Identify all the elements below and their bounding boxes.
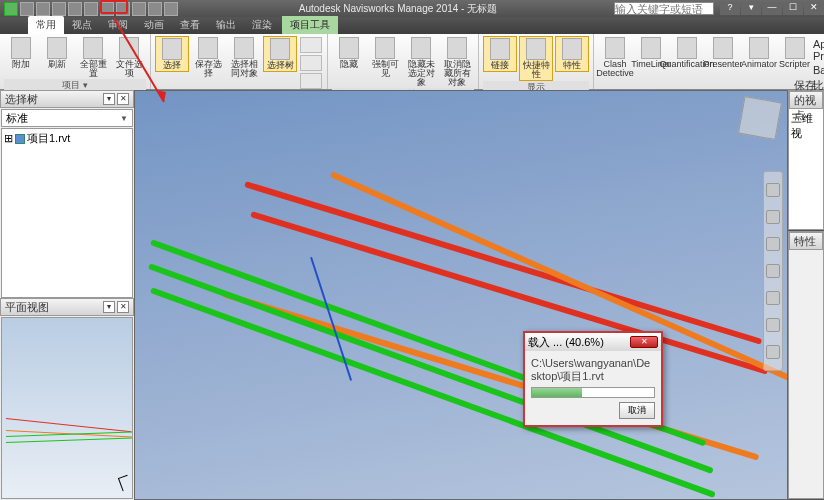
- selsame-icon: [234, 37, 254, 59]
- tree-item[interactable]: ⊞ 项目1.rvt: [4, 131, 130, 146]
- animator-button[interactable]: Animator: [742, 36, 776, 70]
- refresh-button[interactable]: 刷新: [40, 36, 74, 70]
- help-button[interactable]: ?: [720, 2, 740, 15]
- undo-icon[interactable]: [68, 2, 82, 16]
- pin2-icon[interactable]: ▾: [103, 301, 115, 313]
- 3d-viewport[interactable]: 载入 ... (40.6%) ✕ C:\Users\wangyanan\Desk…: [134, 90, 788, 500]
- selection-tree-button[interactable]: 选择树: [263, 36, 297, 72]
- walk-icon[interactable]: [766, 318, 780, 332]
- quick-find-button[interactable]: [300, 55, 322, 71]
- clash-icon: [605, 37, 625, 59]
- reset-all-button[interactable]: 全部重置: [76, 36, 110, 79]
- viewpoint-item[interactable]: 三维视: [791, 112, 813, 139]
- file-options-button[interactable]: 文件选项: [112, 36, 146, 79]
- title-bar: Autodesk Navisworks Manage 2014 - 无标题 ? …: [0, 0, 824, 17]
- refresh2-icon: [47, 37, 67, 59]
- presenter-button[interactable]: Presenter: [706, 36, 740, 70]
- quick-access-toolbar: [0, 2, 182, 16]
- find-items-button[interactable]: [300, 37, 322, 53]
- close-button[interactable]: ✕: [804, 2, 824, 15]
- fileopt-icon: [119, 37, 139, 59]
- scripter-button[interactable]: Scripter: [778, 36, 811, 70]
- plan-view-title: 平面视图: [5, 300, 49, 315]
- save-icon[interactable]: [52, 2, 66, 16]
- viewcube[interactable]: [738, 96, 782, 140]
- options-button[interactable]: ▾: [741, 2, 761, 15]
- save-selection-button[interactable]: 保存选择: [191, 36, 225, 79]
- select-button[interactable]: 选择: [155, 36, 189, 72]
- tab-item-tools[interactable]: 项目工具: [282, 16, 338, 34]
- links-button[interactable]: 链接: [483, 36, 517, 72]
- unhide-icon: [447, 37, 467, 59]
- quantification-button[interactable]: Quantification: [670, 36, 704, 70]
- look-icon[interactable]: [766, 291, 780, 305]
- hide-button[interactable]: 隐藏: [332, 36, 366, 70]
- tab-animation[interactable]: 动画: [136, 16, 172, 34]
- orbit-icon[interactable]: [766, 264, 780, 278]
- quant-icon: [677, 37, 697, 59]
- steering-wheel-icon[interactable]: [766, 183, 780, 197]
- tree-mode-combo[interactable]: 标准 ▼: [1, 109, 133, 127]
- dialog-close-icon[interactable]: ✕: [630, 336, 658, 348]
- select-same-button[interactable]: 选择相同对象: [227, 36, 261, 79]
- open-icon[interactable]: [36, 2, 50, 16]
- select-icon[interactable]: [116, 2, 130, 16]
- options-icon[interactable]: [164, 2, 178, 16]
- quick-props-button[interactable]: 快捷特性: [519, 36, 553, 81]
- sets-button[interactable]: [300, 73, 322, 89]
- new-icon[interactable]: [20, 2, 34, 16]
- tab-viewpoint[interactable]: 视点: [64, 16, 100, 34]
- refresh-icon[interactable]: [132, 2, 146, 16]
- zoom-icon[interactable]: [766, 237, 780, 251]
- redo-icon[interactable]: [84, 2, 98, 16]
- selection-tree-header[interactable]: 选择树 ▾✕: [0, 90, 134, 108]
- tab-review[interactable]: 审阅: [100, 16, 136, 34]
- panel-close-icon[interactable]: ✕: [117, 93, 129, 105]
- tab-view[interactable]: 查看: [172, 16, 208, 34]
- ribbon: 附加 刷新 全部重置 文件选项 项目 ▾ 选择 保存选择 选择相同对象 选择树 …: [0, 34, 824, 90]
- mini-pipe: [6, 438, 132, 443]
- minimize-button[interactable]: —: [762, 2, 782, 15]
- help-icon[interactable]: [148, 2, 162, 16]
- print-icon[interactable]: [100, 2, 114, 16]
- ribbon-tabs: 常用 视点 审阅 动画 查看 输出 渲染 项目工具: [0, 17, 824, 34]
- plan-view[interactable]: [1, 317, 133, 499]
- props-icon: [562, 38, 582, 60]
- tab-home[interactable]: 常用: [28, 16, 64, 34]
- tab-output[interactable]: 输出: [208, 16, 244, 34]
- app-menu-icon[interactable]: [4, 2, 18, 16]
- animator-icon: [749, 37, 769, 59]
- cursor-icon: [162, 38, 182, 60]
- clash-button[interactable]: Clash Detective: [598, 36, 632, 79]
- batch-utility-button[interactable]: Batch Utility: [813, 64, 824, 76]
- chevron-down-icon: ▼: [120, 114, 128, 123]
- fly-icon[interactable]: [766, 345, 780, 359]
- progress-bar: [531, 387, 655, 398]
- properties-panel[interactable]: 特性: [788, 231, 824, 499]
- ribbon-group-tools: Clash Detective TimeLiner Quantification…: [594, 34, 824, 89]
- append-button[interactable]: 附加: [4, 36, 38, 70]
- window-controls: ? ▾ — ☐ ✕: [720, 2, 824, 15]
- hide-unselected-button[interactable]: 隐藏未选定对象: [404, 36, 438, 88]
- plan-view-header[interactable]: 平面视图 ▾✕: [0, 298, 134, 316]
- selection-tree[interactable]: ⊞ 项目1.rvt: [1, 128, 133, 298]
- hideunsel-icon: [411, 37, 431, 59]
- ribbon-group-display: 链接 快捷特性 特性 显示: [479, 34, 594, 89]
- expand-icon[interactable]: ⊞: [4, 132, 13, 145]
- cancel-button[interactable]: 取消: [619, 402, 655, 419]
- unhide-all-button[interactable]: 取消隐藏所有对象: [440, 36, 474, 88]
- search-input[interactable]: [614, 2, 714, 15]
- tab-render[interactable]: 渲染: [244, 16, 280, 34]
- append-icon: [11, 37, 31, 59]
- dialog-titlebar[interactable]: 载入 ... (40.6%) ✕: [525, 333, 661, 351]
- pan-icon[interactable]: [766, 210, 780, 224]
- properties-button[interactable]: 特性: [555, 36, 589, 72]
- ribbon-group-select: 选择 保存选择 选择相同对象 选择树 选择和搜索 ▾: [151, 34, 328, 89]
- maximize-button[interactable]: ☐: [783, 2, 803, 15]
- require-button[interactable]: 强制可见: [368, 36, 402, 79]
- saved-viewpoints-panel[interactable]: 保存的视点 三维视: [788, 90, 824, 230]
- appearance-profiler-button[interactable]: Appearance Profiler: [813, 38, 824, 62]
- panel-close2-icon[interactable]: ✕: [117, 301, 129, 313]
- pin-icon[interactable]: ▾: [103, 93, 115, 105]
- cursor-icon: [118, 475, 132, 492]
